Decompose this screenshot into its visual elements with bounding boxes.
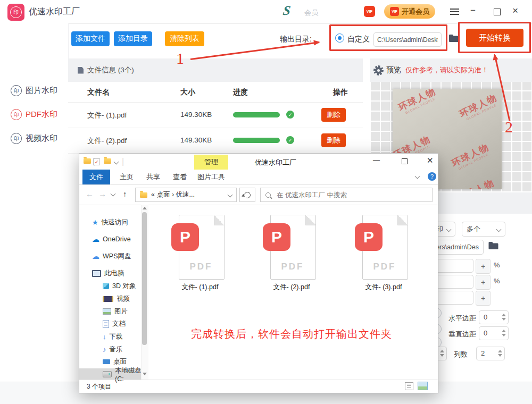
annotation-step-1: 1 — [176, 49, 184, 68]
scroll-up-icon[interactable] — [143, 207, 147, 209]
pdf-logo-icon: P — [355, 223, 383, 251]
open-vip-button[interactable]: VIP 开通会员 — [384, 4, 435, 19]
h-margin-input[interactable]: 0 — [479, 310, 509, 324]
sidebar-item-video-watermark[interactable]: 印 视频水印 — [11, 133, 57, 144]
folder-icon[interactable] — [84, 158, 91, 164]
columns-input[interactable]: 2 — [476, 347, 505, 360]
search-box[interactable] — [260, 188, 433, 202]
divider: | — [122, 157, 124, 166]
file-label: 文件- (3).pdf — [352, 283, 415, 292]
stepper[interactable] — [502, 330, 506, 336]
nav-documents[interactable]: 文档 — [79, 318, 148, 330]
explorer-maximize-button[interactable] — [402, 158, 408, 164]
properties-icon[interactable]: ✓ — [93, 158, 100, 165]
check-icon: ✓ — [286, 136, 294, 144]
stepper[interactable] — [498, 350, 502, 357]
add-directory-button[interactable]: 添加目录 — [114, 31, 152, 46]
nav-3d-objects[interactable]: 3D 对象 — [79, 280, 148, 292]
nav-onedrive[interactable]: ☁OneDrive — [79, 233, 148, 245]
plus-button[interactable]: + — [476, 275, 491, 290]
minimize-button[interactable]: − — [470, 5, 476, 16]
col-action: 操作 — [333, 88, 348, 97]
sidebar-item-pdf-watermark[interactable]: 印 PDF水印 — [11, 109, 57, 120]
scrollbar-thumb[interactable] — [142, 212, 147, 345]
chevron-down-icon — [228, 192, 233, 198]
annotation-step-2: 2 — [505, 118, 513, 136]
preview-title: 预览 — [386, 65, 401, 75]
nav-videos[interactable]: 视频 — [79, 293, 148, 305]
plus-button[interactable]: + — [476, 259, 491, 274]
details-view-icon[interactable] — [405, 382, 413, 390]
preview-header: 预览 仅作参考，请以实际为准！ — [370, 58, 532, 82]
table-row: 文件- (2).pdf 149.30KB ✓ 删除 — [68, 128, 363, 154]
col-size: 大小 — [180, 88, 195, 97]
pdf-file-item[interactable]: P PDF 文件- (3).pdf — [352, 215, 415, 294]
browse-folder-icon[interactable] — [448, 34, 459, 45]
delete-button[interactable]: 删除 — [321, 133, 346, 147]
nav-quick-access[interactable]: ★快速访问 — [79, 216, 148, 228]
table-row: 文件- (1).pdf 149.30KB ✓ 删除 — [68, 102, 363, 128]
fold-corner — [305, 215, 315, 225]
qat-dropdown-icon[interactable] — [114, 159, 119, 165]
tab-share[interactable]: 共享 — [141, 170, 165, 184]
refresh-button[interactable] — [239, 188, 255, 202]
video-icon — [103, 296, 113, 302]
back-icon[interactable]: ← — [86, 189, 94, 198]
browse-folder-icon[interactable] — [488, 241, 499, 252]
nav-pictures[interactable]: 图片 — [79, 306, 148, 317]
chevron-down-icon — [446, 226, 452, 232]
search-input[interactable] — [276, 191, 416, 199]
count-mode-dropdown[interactable]: 多个 — [462, 222, 505, 237]
menu-icon[interactable] — [450, 11, 459, 12]
check-icon: ✓ — [286, 111, 294, 119]
explorer-title: 优速水印工厂 — [255, 158, 296, 167]
file-name: 文件- (2).pdf — [87, 136, 127, 146]
sidebar-item-label: 视频水印 — [26, 133, 57, 144]
close-button[interactable]: × — [512, 5, 518, 16]
annotation-note: 完成转换后，软件会自动打开输出文件夹 — [191, 327, 392, 341]
explorer-minimize-button[interactable]: — — [373, 156, 380, 164]
clear-list-button[interactable]: 清除列表 — [165, 31, 204, 46]
file-name: 文件- (1).pdf — [87, 111, 127, 120]
nav-local-disk-c[interactable]: 本地磁盘 (C: — [79, 368, 148, 380]
cube-icon — [103, 283, 109, 289]
sidebar-item-image-watermark[interactable]: 印 图片水印 — [11, 85, 57, 96]
ribbon-tab-row: 文件 主页 共享 查看 图片工具 — [79, 170, 438, 185]
v-margin-label: 垂直边距 — [448, 330, 476, 339]
stepper[interactable] — [440, 350, 444, 357]
new-folder-icon[interactable] — [104, 158, 111, 164]
file-section-title: 文件信息 (3个) — [87, 65, 134, 75]
forward-icon[interactable]: → — [98, 189, 106, 198]
cloud-icon: ☁ — [92, 235, 99, 243]
thumbnail-view-icon[interactable] — [418, 382, 428, 390]
tab-view[interactable]: 查看 — [168, 170, 192, 184]
plus-button[interactable]: + — [476, 291, 491, 306]
tab-file[interactable]: 文件 — [82, 170, 110, 184]
h-margin-label: 水平边距 — [448, 314, 476, 323]
progress-bar — [233, 138, 280, 143]
pdf-file-item[interactable]: P PDF 文件- (1).pdf — [168, 215, 232, 294]
nav-wps-drive[interactable]: ☁WPS网盘 — [79, 250, 148, 262]
pdf-file-item[interactable]: P PDF 文件- (2).pdf — [260, 215, 323, 294]
up-icon[interactable]: ↑ — [123, 189, 127, 198]
vip-badge-icon[interactable]: VIP — [364, 6, 375, 17]
sidebar: 印 图片水印 印 PDF水印 印 视频水印 — [0, 23, 69, 382]
stepper[interactable] — [502, 314, 506, 321]
file-section-header: 文件信息 (3个) — [68, 58, 363, 82]
maximize-button[interactable] — [494, 9, 501, 15]
manage-tab[interactable]: 管理 — [194, 155, 228, 170]
tab-home[interactable]: 主页 — [114, 170, 139, 184]
breadcrumb[interactable]: « 桌面 › 优速... — [135, 188, 237, 202]
delete-button[interactable]: 删除 — [321, 108, 346, 122]
nav-music[interactable]: ♪音乐 — [79, 343, 148, 355]
help-icon[interactable]: ? — [428, 172, 436, 181]
tab-picture-tools[interactable]: 图片工具 — [193, 170, 230, 184]
add-file-button[interactable]: 添加文件 — [71, 31, 110, 46]
explorer-close-button[interactable]: ✕ — [427, 156, 434, 165]
nav-downloads[interactable]: ↓下载 — [79, 331, 148, 342]
sidebar-item-label: PDF水印 — [26, 110, 57, 120]
v-margin-input[interactable]: 0 — [479, 326, 509, 340]
computer-icon — [92, 270, 101, 277]
scroll-down-icon[interactable] — [143, 373, 147, 375]
nav-this-pc[interactable]: 此电脑 — [79, 267, 148, 279]
